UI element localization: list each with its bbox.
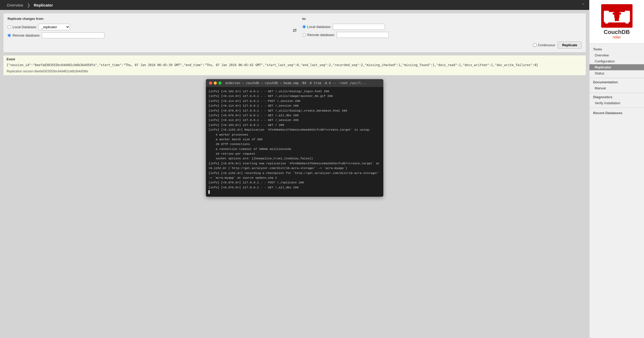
event-label: Event	[7, 57, 583, 61]
divider-3	[589, 108, 644, 108]
sidebar-item-overview[interactable]: Overview	[589, 52, 644, 58]
to-local-label: Local database:	[307, 25, 331, 29]
svg-rect-7	[614, 11, 619, 18]
couchdb-relax: relax	[613, 35, 621, 39]
divider-1	[589, 78, 644, 78]
from-col: Replicate changes from: Local Database: …	[8, 17, 287, 38]
logo-area: CouchDB relax	[589, 0, 644, 44]
to-remote-label: Remote database:	[307, 33, 335, 37]
diagnostics-section-title: Diagnostics	[589, 94, 644, 100]
terminal-line: socket options are: [{keepalive,true},{n…	[208, 156, 381, 161]
terminal-minimize-btn[interactable]	[214, 81, 217, 85]
terminal-line: [info] [<0.114.0>] 127.0.0.1 - - POST /_…	[208, 99, 381, 103]
terminal-line: 10 retries per request	[208, 151, 381, 156]
to-local-row: Local database: acra-myapp	[302, 24, 582, 30]
to-remote-radio[interactable]	[302, 33, 306, 37]
replication-form: Replicate changes from: Local Database: …	[3, 13, 586, 53]
to-col: to: Local database: acra-myapp Remote da…	[302, 17, 582, 38]
expand-icon[interactable]: ⌃	[582, 3, 585, 8]
documentation-section-title: Documentation	[589, 79, 644, 85]
content-area: Replicate changes from: Local Database: …	[0, 10, 589, 338]
svg-rect-5	[625, 20, 629, 24]
to-remote-row: Remote database: http://	[302, 32, 582, 38]
top-nav: Overview ❯ Replicator ⌃	[0, 0, 589, 10]
sidebar-item-manual[interactable]: Manual	[589, 85, 644, 91]
to-remote-input[interactable]: http://	[337, 32, 389, 38]
svg-point-6	[614, 7, 619, 12]
continuous-checkbox[interactable]	[533, 43, 536, 47]
terminal-line: [info] [<0.976.0>] 127.0.0.1 - - GET /_a…	[208, 185, 381, 190]
svg-rect-3	[625, 11, 630, 16]
svg-rect-9	[618, 13, 621, 15]
terminal-line: [info] [<0.112.0>] 127.0.0.1 - - GET /_s…	[208, 118, 381, 123]
terminal-line: 20 HTTP connections	[208, 142, 381, 147]
from-remote-input[interactable]: http://get.acralyzer.com/distrib-acra-st…	[42, 32, 104, 38]
event-json: {"session_id":"8eefa8303555bc64d481cb6b3…	[7, 63, 583, 67]
svg-rect-11	[617, 17, 619, 21]
terminal-window: anderson — couchdb — couchdb — beam.smp …	[206, 79, 383, 197]
terminal-line: 4 worker processes	[208, 132, 381, 137]
sidebar-item-verify[interactable]: Verify Installation	[589, 100, 644, 106]
terminal-line: [info] [<0.1152.0>] Replication `4fe490e…	[208, 127, 381, 132]
couchdb-name: CouchDB	[604, 29, 630, 36]
sidebar-item-status[interactable]: Status	[589, 70, 644, 76]
event-session: Replication session 8eefa8303555bc64d481…	[7, 69, 583, 73]
svg-rect-8	[613, 13, 616, 15]
svg-rect-10	[615, 17, 617, 21]
from-local-radio[interactable]	[8, 25, 11, 29]
continuous-label: Continuous	[538, 43, 555, 47]
to-label: to:	[302, 17, 582, 21]
sidebar-item-configuration[interactable]: Configuration	[589, 58, 644, 64]
from-remote-radio[interactable]	[8, 34, 11, 37]
nav-current: Replicator	[31, 3, 56, 7]
sidebar-item-replicator[interactable]: Replicator	[589, 64, 644, 70]
terminal-line: [info] [<0.102.0>] 127.0.0.1 - - GET /_u…	[208, 89, 381, 94]
terminal-line: [info] [<0.976.0>] 127.0.0.1 - - GET /_a…	[208, 113, 381, 118]
terminal-line: [info] [<0.976.0>] starting new replicat…	[208, 161, 381, 171]
terminal-line: [info] [<0.976.0>] 127.0.0.1 - - GET /_u…	[208, 108, 381, 113]
terminal-title: anderson — couchdb — couchdb — beam.smp …	[225, 81, 367, 85]
terminal-line: [info] [<0.114.0>] 127.0.0.1 - - GET /_s…	[208, 103, 381, 108]
documentation-section: Documentation Manual	[589, 79, 644, 91]
to-local-radio[interactable]	[302, 25, 306, 28]
terminal-cursor: ▋	[208, 190, 381, 195]
event-box: Event {"session_id":"8eefa8303555bc64d48…	[3, 55, 586, 75]
tools-section-title: Tools	[589, 46, 644, 52]
local-db-select[interactable]: _replicator	[39, 24, 70, 30]
nav-separator: ❯	[26, 3, 31, 8]
swap-icon[interactable]: ⇄	[290, 27, 299, 33]
terminal-line: [info] [<0.114.0>] 127.0.0.1 - - GET /_u…	[208, 94, 381, 98]
from-local-label: Local Database:	[13, 25, 37, 29]
terminal-line: [info] [<0.976.0>] 127.0.0.1 - - POST /_…	[208, 180, 381, 185]
recent-databases-title: Recent Databases	[589, 109, 644, 115]
svg-rect-4	[605, 20, 608, 24]
svg-rect-2	[604, 11, 609, 16]
from-label: Replicate changes from:	[8, 17, 287, 21]
continuous-check: Continuous	[533, 43, 555, 47]
couchdb-logo-image	[601, 4, 633, 28]
replicate-button[interactable]: Replicate	[558, 42, 582, 49]
terminal-maximize-btn[interactable]	[218, 81, 222, 85]
form-bottom: Continuous Replicate	[8, 42, 582, 49]
terminal-line: a worker batch size of 500	[208, 137, 381, 142]
terminal-body[interactable]: [info] [<0.102.0>] 127.0.0.1 - - GET /_u…	[206, 87, 383, 197]
terminal-line: a connection timeout of 30000 millisecon…	[208, 147, 381, 151]
terminal-line: [info] [<0.1152.0>] recording a checkpoi…	[208, 171, 381, 180]
from-remote-label: Remote database:	[13, 33, 40, 37]
right-sidebar: CouchDB relax Tools Overview Configurati…	[589, 0, 644, 338]
terminal-titlebar: anderson — couchdb — couchdb — beam.smp …	[206, 79, 383, 87]
remote-db-row: Remote database: http://get.acralyzer.co…	[8, 32, 287, 38]
to-local-input[interactable]: acra-myapp	[333, 24, 385, 30]
sidebar-nav: Tools Overview Configuration Replicator …	[589, 44, 644, 338]
tools-section: Tools Overview Configuration Replicator …	[589, 46, 644, 76]
terminal-line: [info] [<0.103.0>] 127.0.0.1 - - GET / 2…	[208, 123, 381, 127]
terminal-close-btn[interactable]	[209, 81, 212, 85]
divider-2	[589, 93, 644, 93]
local-db-row: Local Database: _replicator	[8, 24, 287, 30]
diagnostics-section: Diagnostics Verify Installation	[589, 94, 644, 106]
nav-overview[interactable]: Overview	[4, 3, 26, 7]
terminal-wrapper: anderson — couchdb — couchdb — beam.smp …	[3, 79, 586, 197]
